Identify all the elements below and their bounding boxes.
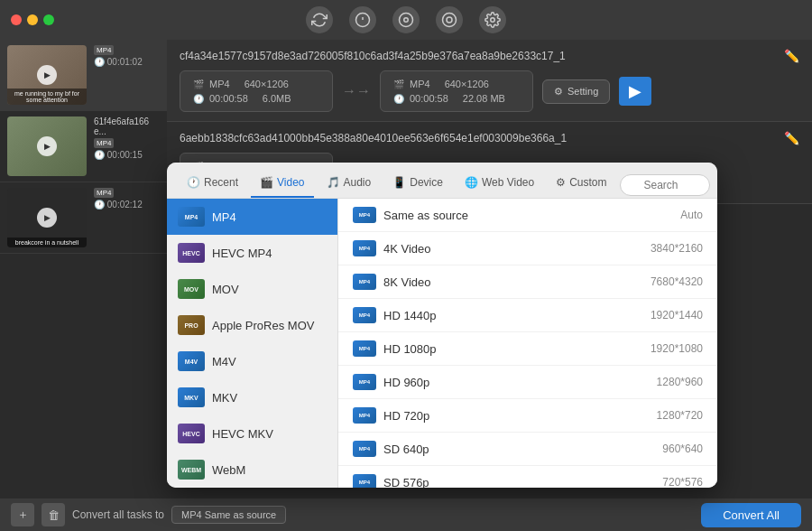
list-item[interactable]: ▶ me running to my bf for some attention… (0, 40, 167, 111)
list-item[interactable]: ▶ 61f4e6afa166e... MP4 🕐 00:00:15 (0, 111, 167, 182)
tab-recent[interactable]: 🕐 Recent (178, 172, 247, 198)
format-label-mkv: MKV (212, 391, 237, 405)
format-item-hevcmp4[interactable]: HEVC HEVC MP4 (167, 235, 337, 271)
tab-custom[interactable]: ⚙ Custom (547, 172, 615, 198)
file-details-row: 🎬 MP4 640×1206 🕐 00:00:58 6.0MB →→ 🎬 MP4 (180, 70, 799, 112)
gear-icon: ⚙ (554, 86, 563, 98)
clock-icon: 🕐 (193, 94, 204, 104)
traffic-lights (11, 14, 54, 25)
res-value-576p: 720*576 (662, 476, 703, 488)
res-icon-720p: MP4 (353, 407, 376, 424)
format-picker: 🕐 Recent 🎬 Video 🎵 Audio 📱 Device 🌐 Web … (167, 163, 717, 488)
nav-icon-5[interactable] (479, 6, 506, 33)
target-format: MP4 (410, 79, 430, 89)
tab-webvideo[interactable]: 🌐 Web Video (456, 172, 543, 198)
format-icon: 🎬 (193, 79, 204, 89)
format-icon: 🎬 (393, 79, 404, 89)
list-item[interactable]: ▶ breakcore in a nutshell MP4 🕐 00:02:12 (0, 182, 167, 254)
format-item-mp4[interactable]: MP4 MP4 (167, 199, 337, 235)
format-badge: MP4 (94, 138, 114, 148)
convert-all-button[interactable]: Convert All (701, 503, 801, 527)
nav-icon-2[interactable] (349, 6, 376, 33)
tab-custom-label: Custom (569, 176, 606, 189)
video-duration: 🕐 00:00:15 (94, 150, 143, 160)
file-hash-row: cf4a34e1577c9157d8e3ad726005f810c6ad3f4a… (180, 49, 799, 63)
video-thumbnail: ▶ (7, 116, 87, 176)
tab-device[interactable]: 📱 Device (383, 172, 452, 198)
res-value-source: Auto (680, 209, 703, 221)
resolution-item-8k[interactable]: MP4 8K Video 7680*4320 (338, 266, 717, 299)
edit-icon[interactable]: ✏️ (784, 49, 799, 63)
res-label-8k: 8K Video (383, 275, 431, 289)
format-item-m4v[interactable]: M4V M4V (167, 343, 337, 379)
res-icon-4k: MP4 (353, 240, 376, 256)
delete-button[interactable]: 🗑 (42, 503, 65, 526)
format-item-mkv[interactable]: MKV MKV (167, 379, 337, 415)
source-duration: 00:00:58 (209, 93, 248, 104)
res-icon-source: MP4 (353, 207, 376, 223)
res-value-4k: 3840*2160 (651, 242, 703, 255)
source-resolution: 640×1206 (245, 79, 289, 89)
minimize-button[interactable] (27, 14, 38, 25)
res-value-640p: 960*640 (662, 442, 703, 455)
format-item-webm[interactable]: WEBM WebM (167, 452, 337, 488)
mp4-icon: MP4 (178, 207, 205, 227)
file-item: cf4a34e1577c9157d8e3ad726005f810c6ad3f4a… (167, 40, 812, 122)
format-item-mov[interactable]: MOV MOV (167, 271, 337, 307)
convert-file-button[interactable]: ▶ (619, 77, 651, 106)
file-hash-row-2: 6aebb1838cfc63ad41000bb45e388a80e4010ee5… (180, 131, 799, 145)
nav-icons (306, 6, 506, 33)
picker-tabs: 🕐 Recent 🎬 Video 🎵 Audio 📱 Device 🌐 Web … (167, 163, 717, 199)
close-button[interactable] (11, 14, 22, 25)
svg-point-4 (404, 18, 409, 23)
resolution-item-960p[interactable]: MP4 HD 960p 1280*960 (338, 366, 717, 399)
res-value-1440p: 1920*1440 (651, 309, 703, 321)
res-icon-1080p: MP4 (353, 340, 376, 357)
resolution-item-source[interactable]: MP4 Same as source Auto (338, 199, 717, 232)
tab-video[interactable]: 🎬 Video (251, 172, 313, 198)
resolution-item-576p[interactable]: MP4 SD 576p 720*576 (338, 466, 717, 488)
tab-audio-label: Audio (344, 176, 372, 189)
tab-webvideo-label: Web Video (482, 176, 534, 189)
web-icon: 🌐 (465, 176, 478, 189)
nav-icon-4[interactable] (436, 6, 463, 33)
picker-body: MP4 MP4 HEVC HEVC MP4 MOV MOV PRO Apple … (167, 199, 717, 488)
video-list: ▶ me running to my bf for some attention… (0, 40, 167, 498)
res-label-source: Same as source (383, 209, 468, 222)
format-item-hevmkv[interactable]: HEVC HEVC MKV (167, 415, 337, 452)
file-hash-2: 6aebb1838cfc63ad41000bb45e388a80e4010ee5… (180, 132, 567, 144)
add-button[interactable]: ＋ (11, 503, 34, 526)
format-label-mov: MOV (212, 283, 239, 296)
resolution-item-720p[interactable]: MP4 HD 720p 1280*720 (338, 399, 717, 433)
res-label-1440p: HD 1440p (383, 309, 437, 322)
video-icon: 🎬 (260, 176, 273, 189)
edit-icon-2[interactable]: ✏️ (784, 131, 799, 145)
setting-button[interactable]: ⚙ Setting (542, 79, 610, 104)
format-label-mp4: MP4 (212, 210, 236, 224)
svg-point-6 (447, 17, 452, 23)
nav-icon-1[interactable] (306, 6, 333, 33)
svg-point-5 (443, 14, 457, 27)
tab-audio[interactable]: 🎵 Audio (318, 172, 381, 198)
resolution-item-640p[interactable]: MP4 SD 640p 960*640 (338, 433, 717, 466)
clock-icon: 🕐 (393, 94, 404, 104)
resolution-item-1080p[interactable]: MP4 HD 1080p 1920*1080 (338, 332, 717, 366)
resolution-item-1440p[interactable]: MP4 HD 1440p 1920*1440 (338, 299, 717, 332)
resolution-item-4k[interactable]: MP4 4K Video 3840*2160 (338, 232, 717, 266)
convert-all-value[interactable]: MP4 Same as source (171, 506, 286, 524)
svg-point-7 (491, 18, 495, 23)
mkv-icon: MKV (178, 387, 205, 407)
res-icon-640p: MP4 (353, 441, 376, 457)
tab-recent-label: Recent (204, 176, 238, 189)
res-icon-1440p: MP4 (353, 307, 376, 323)
format-badge: MP4 (94, 45, 114, 55)
maximize-button[interactable] (43, 14, 54, 25)
format-badge: MP4 (94, 188, 114, 198)
svg-point-3 (400, 14, 413, 27)
search-input[interactable] (620, 174, 710, 196)
search-wrap: 🔍 (620, 174, 710, 196)
format-label-webm: WebM (212, 463, 245, 477)
nav-icon-3[interactable] (392, 6, 420, 33)
format-item-prores[interactable]: PRO Apple ProRes MOV (167, 307, 337, 343)
format-list: MP4 MP4 HEVC HEVC MP4 MOV MOV PRO Apple … (167, 199, 338, 488)
